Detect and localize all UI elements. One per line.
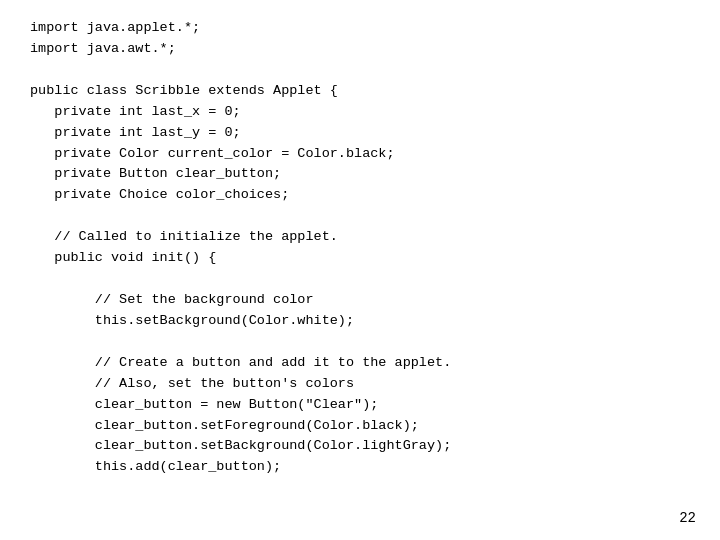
- code-block: import java.applet.*; import java.awt.*;…: [30, 18, 690, 478]
- page-number: 22: [679, 510, 696, 526]
- code-container: import java.applet.*; import java.awt.*;…: [0, 0, 720, 498]
